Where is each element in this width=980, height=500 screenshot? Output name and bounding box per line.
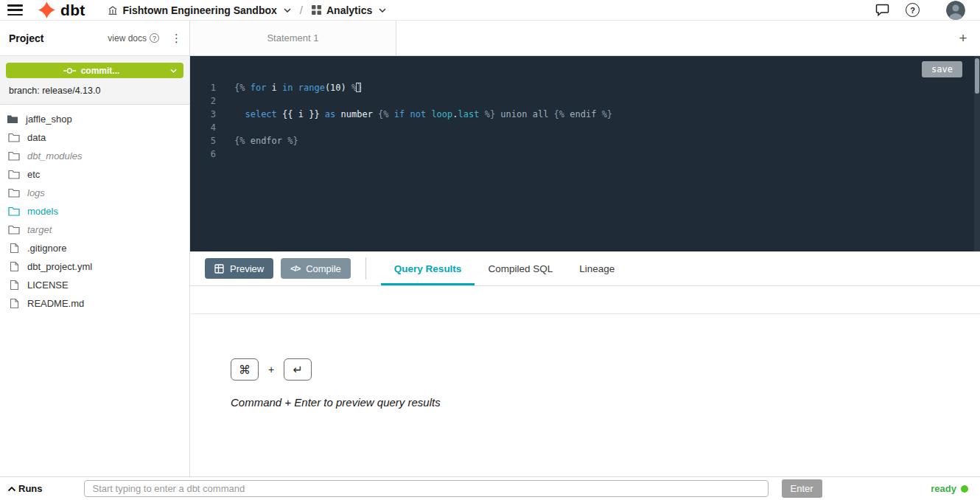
results-tabs: Query ResultsCompiled SQLLineage (381, 251, 628, 285)
runs-toggle[interactable]: Runs (7, 483, 43, 494)
command-key-icon: ⌘ (231, 358, 259, 381)
code-line (234, 121, 980, 134)
add-tab-button[interactable]: + (953, 21, 973, 55)
code-line: {% for i in range(10) %} (234, 81, 980, 94)
tab-query-results[interactable]: Query Results (381, 251, 475, 285)
editor-tab-bar: Statement 1 + (190, 21, 980, 56)
file-icon (7, 261, 21, 272)
tree-item-logs[interactable]: logs (0, 184, 189, 202)
folder-icon (7, 151, 21, 161)
tree-item-target[interactable]: target (0, 221, 189, 239)
tree-item-dbt-project-yml[interactable]: dbt_project.yml (0, 257, 189, 276)
line-number: 1 (190, 81, 224, 94)
tab-compiled-sql[interactable]: Compiled SQL (475, 251, 566, 285)
app-root: dbt Fishtown Engineering Sandbox / Analy… (0, 0, 980, 500)
line-number: 2 (190, 94, 224, 108)
kebab-menu-icon[interactable]: ⋮ (171, 32, 182, 44)
building-icon (108, 5, 118, 15)
tree-item-models[interactable]: models (0, 202, 189, 221)
code-editor[interactable]: 123456 {% for i in range(10) %} select {… (190, 56, 980, 251)
compile-button-label: Compile (306, 263, 341, 274)
tree-item-license[interactable]: LICENSE (0, 276, 189, 294)
tree-item-label: logs (27, 187, 45, 198)
chevron-down-icon (379, 8, 386, 13)
line-number: 5 (190, 134, 224, 147)
tree-item-label: models (27, 206, 58, 217)
preview-button[interactable]: Preview (205, 258, 273, 279)
project-selector[interactable]: Analytics (312, 4, 386, 16)
breadcrumb: Fishtown Engineering Sandbox / Analytics (108, 4, 387, 16)
commit-button[interactable]: commit... (6, 63, 183, 78)
file-icon (7, 279, 21, 291)
project-name: Analytics (326, 4, 372, 16)
tree-item--gitignore[interactable]: .gitignore (0, 239, 189, 257)
save-button[interactable]: save (922, 61, 962, 77)
org-selector[interactable]: Fishtown Engineering Sandbox (108, 4, 291, 16)
sidebar-header: Project view docs ? ⋮ (0, 21, 189, 56)
folder-icon (7, 225, 21, 235)
dbt-logo-mark-icon (38, 1, 56, 19)
code-line: {% endfor %} (234, 134, 980, 147)
results-actions: Preview </> Compile (205, 251, 351, 285)
tree-item-label: data (27, 132, 46, 143)
branch-commit-icon (63, 67, 76, 74)
commit-section: commit... branch: release/4.13.0 (0, 56, 189, 105)
chevron-down-icon (170, 69, 177, 73)
runs-label: Runs (18, 483, 43, 494)
file-icon (7, 298, 21, 309)
hamburger-menu-icon[interactable] (7, 4, 23, 15)
chevron-up-icon (7, 486, 16, 492)
code-line (234, 94, 980, 108)
tab-lineage[interactable]: Lineage (566, 251, 628, 285)
tree-item-label: jaffle_shop (26, 114, 72, 125)
editor-code[interactable]: {% for i in range(10) %} select {{ i }} … (224, 56, 980, 251)
tree-item-data[interactable]: data (0, 128, 189, 147)
tree-item-label: dbt_modules (27, 150, 82, 162)
results-toolbar: Preview </> Compile Query ResultsCompile… (190, 251, 980, 286)
tree-item-label: target (27, 224, 52, 235)
dbt-command-input[interactable] (84, 480, 769, 497)
folder-open-icon (6, 114, 19, 124)
code-line: select {{ i }} as number {% if not loop.… (234, 108, 980, 121)
view-docs-link[interactable]: view docs ? (108, 33, 159, 44)
chat-icon[interactable] (875, 4, 889, 16)
org-name: Fishtown Engineering Sandbox (123, 4, 277, 16)
line-number: 3 (190, 108, 224, 121)
file-icon (7, 243, 21, 254)
dbt-logo[interactable]: dbt (38, 1, 85, 19)
tree-item-jaffle-shop[interactable]: jaffle_shop (0, 110, 189, 128)
main-panel: Statement 1 + 123456 {% for i in range(1… (190, 21, 980, 476)
bottom-bar: Runs Enter ready (0, 476, 980, 500)
middle-region: Project view docs ? ⋮ commit... (0, 21, 980, 476)
line-number: 6 (190, 147, 224, 161)
topbar-right: ? (875, 1, 965, 20)
help-icon[interactable]: ? (906, 3, 920, 17)
tree-item-etc[interactable]: etc (0, 165, 189, 184)
tree-item-dbt-modules[interactable]: dbt_modules (0, 147, 189, 165)
status-indicator: ready (931, 483, 968, 494)
top-bar: dbt Fishtown Engineering Sandbox / Analy… (0, 0, 980, 21)
avatar[interactable] (946, 1, 965, 20)
file-tree: jaffle_shopdatadbt_modulesetclogsmodelst… (0, 105, 189, 476)
results-body: ⌘ + ↵ Command + Enter to preview query r… (190, 314, 980, 476)
commit-button-label: commit... (81, 66, 120, 76)
sidebar-title: Project (9, 32, 43, 44)
enter-button[interactable]: Enter (782, 479, 822, 498)
enter-key-icon: ↵ (284, 358, 312, 381)
table-grid-icon (214, 264, 224, 274)
dbt-logo-text: dbt (60, 1, 85, 19)
compile-button[interactable]: </> Compile (281, 258, 351, 279)
text-cursor (356, 83, 361, 92)
editor-scrollbar-thumb[interactable] (975, 58, 979, 94)
question-circle-icon: ? (150, 33, 159, 43)
folder-icon (7, 170, 21, 179)
status-dot-icon (961, 485, 968, 493)
toolbar-divider (365, 257, 366, 279)
tree-item-readme-md[interactable]: README.md (0, 294, 189, 313)
branch-label: branch: release/4.13.0 (9, 86, 183, 96)
line-number: 4 (190, 121, 224, 134)
tab-statement-1[interactable]: Statement 1 (190, 21, 396, 55)
preview-button-label: Preview (230, 263, 264, 274)
sidebar: Project view docs ? ⋮ commit... (0, 21, 190, 476)
code-icon: </> (290, 264, 300, 273)
